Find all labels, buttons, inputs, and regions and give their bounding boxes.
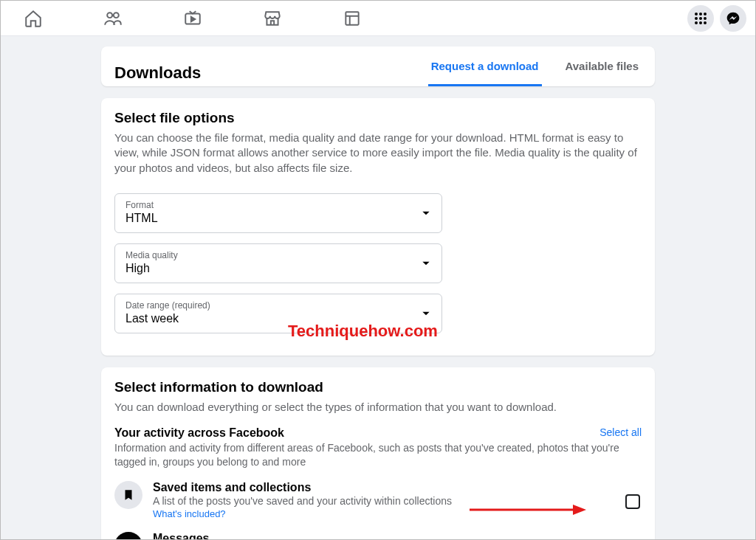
media-quality-select[interactable]: Media quality High [114,243,442,283]
svg-point-12 [704,21,707,24]
tabs: Request a download Available files [428,60,642,86]
quality-label: Media quality [126,250,431,260]
svg-point-11 [699,21,702,24]
svg-point-0 [107,13,112,18]
chevron-down-icon [421,208,431,218]
svg-rect-3 [346,12,358,24]
svg-point-9 [704,17,707,20]
watch-icon[interactable] [182,8,203,29]
svg-point-1 [114,13,119,18]
annotation-arrow-icon [468,503,586,516]
top-nav [1,1,755,36]
saved-title: Saved items and collections [153,481,642,494]
file-options-desc: You can choose the file format, media qu… [114,131,642,176]
info-desc: You can download everything or select th… [114,400,642,415]
activity-desc: Information and activity from different … [114,441,642,469]
svg-point-7 [695,17,698,20]
select-all-link[interactable]: Select all [599,426,642,438]
svg-point-6 [704,13,707,15]
saved-whats-included-link[interactable]: What's included? [153,508,226,519]
content-area: Downloads Request a download Available f… [101,46,655,540]
format-select[interactable]: Format HTML [114,193,442,233]
menu-icon[interactable] [687,5,714,32]
nav-left [23,8,362,29]
friends-icon[interactable] [103,8,123,29]
messages-row: Messages Messages you've exchanged with … [114,532,642,540]
info-title: Select information to download [114,379,642,395]
tab-available-files[interactable]: Available files [563,60,642,86]
tab-request-download[interactable]: Request a download [428,60,542,86]
watermark-text: Techniquehow.com [288,322,438,341]
messages-title: Messages [153,532,642,540]
messenger-icon [114,532,142,540]
svg-point-4 [695,13,698,15]
home-icon[interactable] [23,8,44,29]
activity-title: Your activity across Facebook [114,426,642,440]
marketplace-icon[interactable] [262,8,283,29]
svg-point-5 [699,13,702,15]
quality-value: High [126,262,431,275]
page-title: Downloads [114,63,201,83]
header-card: Downloads Request a download Available f… [101,46,655,86]
nav-right [687,5,746,32]
format-value: HTML [126,212,431,225]
feeds-icon[interactable] [342,8,362,29]
svg-point-10 [695,21,698,24]
svg-marker-14 [573,505,586,515]
bookmark-icon [114,481,142,509]
file-options-card: Select file options You can choose the f… [101,98,655,356]
saved-checkbox[interactable] [625,494,640,509]
svg-point-8 [699,17,702,20]
messenger-icon[interactable] [720,5,746,32]
range-label: Date range (required) [126,300,431,311]
chevron-down-icon [421,308,431,319]
chevron-down-icon [421,258,431,269]
messages-text: Messages Messages you've exchanged with … [153,532,642,540]
format-label: Format [126,200,431,210]
file-options-title: Select file options [114,110,642,126]
